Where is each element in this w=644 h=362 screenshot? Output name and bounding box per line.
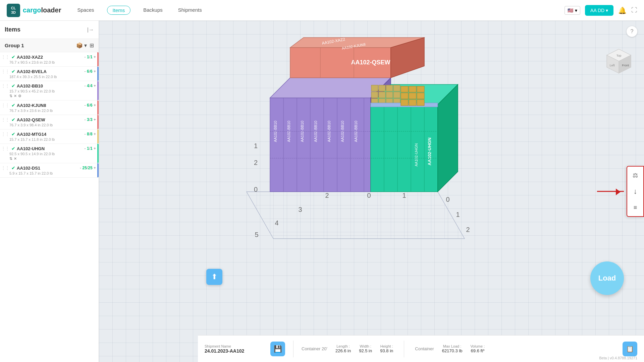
maxload-spec: Max Load : 62170.3 lb: [442, 344, 463, 353]
svg-text:AA102-UHGN: AA102-UHGN: [414, 143, 418, 166]
help-icon: ?: [631, 28, 634, 35]
items-list: ⋮⋮ ✔ AA102-XAZ2 - 1/1 + 76.7 x 90.5 x 23…: [0, 52, 99, 362]
weight-icon-button[interactable]: ⚖: [629, 169, 641, 181]
close-icon[interactable]: ✕: [14, 157, 17, 161]
svg-rect-70: [401, 100, 408, 106]
svg-rect-56: [379, 92, 385, 98]
copy-button[interactable]: 📋: [623, 342, 637, 356]
svg-rect-52: [379, 85, 385, 91]
container-type-label: Container 20': [302, 346, 327, 351]
svg-text:1: 1: [402, 192, 406, 199]
main-layout: Items |→ Group 1 📦 ▾ ⊞ ⋮⋮ ✔ AA102-XAZ2 -…: [0, 21, 644, 362]
item-color-bar: [97, 81, 99, 100]
list-item[interactable]: ⋮⋮ ✔ AA102-XAZ2 - 1/1 + 76.7 x 90.5 x 23…: [0, 52, 99, 67]
drag-handle-icon: ⋮⋮: [1, 132, 9, 136]
save-icon: 💾: [274, 345, 282, 353]
height-spec: Height : 93.8 in: [380, 344, 393, 353]
list-item[interactable]: ⋮⋮ ✔ AA102-QSEW - 3/3 + 76.7 x 3.9 x 98.…: [0, 115, 99, 129]
load-button[interactable]: Load: [590, 261, 624, 295]
nav-backups[interactable]: Backups: [141, 6, 165, 15]
svg-text:AA102-QSEW: AA102-QSEW: [351, 59, 390, 66]
item-dims: 15.7 x 90.5 x 45.2 in 22.0 lb: [9, 89, 96, 93]
svg-rect-64: [401, 86, 408, 92]
item-dims: 5.9 x 15.7 x 15.7 in 22.0 lb: [9, 171, 96, 175]
language-selector[interactable]: 🇺🇸 ▾: [565, 6, 580, 15]
logo-icon: CL3D: [7, 4, 20, 17]
check-icon: ✔: [11, 83, 15, 88]
version-text: Beta | v0.4.8788.19271: [599, 356, 637, 360]
sort-icon[interactable]: ⇅: [9, 157, 12, 161]
svg-rect-51: [371, 85, 378, 91]
view-cube[interactable]: Top Left Front: [604, 48, 634, 78]
list-item[interactable]: ⋮⋮ ✔ AA102-MTG14 - 8/8 + 15.7 x 15.7 x 1…: [0, 129, 99, 144]
item-color-bar: [97, 115, 99, 129]
group-header: Group 1 📦 ▾ ⊞: [0, 39, 99, 52]
sort-icon[interactable]: ⇅: [9, 94, 12, 98]
svg-marker-13: [270, 98, 371, 192]
svg-rect-72: [417, 100, 424, 106]
copy-icon: 📋: [626, 345, 634, 353]
list-icon-button[interactable]: ≡: [629, 201, 641, 214]
item-name: AA102-XAZ2: [17, 55, 83, 60]
check-icon: ✔: [11, 146, 15, 151]
item-color-bar: [97, 52, 99, 66]
user-menu-button[interactable]: AA DD ▾: [585, 5, 613, 16]
svg-text:0: 0: [446, 196, 449, 203]
svg-text:1: 1: [254, 142, 258, 149]
length-label: Length :: [336, 344, 350, 348]
item-count: - 4/4 +: [85, 83, 96, 88]
settings-icon[interactable]: ⚙: [18, 94, 21, 98]
list-icon: ≡: [634, 204, 637, 211]
svg-text:5: 5: [255, 231, 258, 238]
download-icon-button[interactable]: ↓: [629, 185, 641, 197]
length-spec: Length : 226.6 in: [335, 344, 351, 353]
3d-viewport[interactable]: 2 3 4 5 0 1 2 0 1 2 1 0 AA102-BB10 AA102…: [99, 21, 644, 362]
check-icon: ✔: [11, 117, 15, 122]
item-color-bar: [97, 129, 99, 143]
nav-shipments[interactable]: Shipments: [175, 6, 205, 15]
sidebar: Items |→ Group 1 📦 ▾ ⊞ ⋮⋮ ✔ AA102-XAZ2 -…: [0, 21, 99, 362]
group-settings-button[interactable]: ⊞: [90, 42, 94, 49]
svg-text:1: 1: [456, 211, 460, 218]
sidebar-collapse-button[interactable]: |→: [87, 27, 94, 33]
item-name: AA102-BB10: [17, 83, 83, 88]
group-add-button[interactable]: 📦 ▾: [76, 42, 87, 49]
nav-links: Spaces Items Backups Shipments: [75, 6, 565, 15]
check-icon: ✔: [11, 69, 15, 74]
help-button[interactable]: ?: [627, 26, 637, 37]
list-item[interactable]: ⋮⋮ ✔ AA102-UHGN - 1/1 + 92.5 x 90.5 x 14…: [0, 144, 99, 163]
shipment-name-value: 24.01.2023-AA102: [205, 348, 265, 354]
drag-handle-icon: ⋮⋮: [1, 69, 9, 74]
width-label: Width :: [360, 344, 371, 348]
item-action-icons: ⇅ ✕: [9, 157, 96, 161]
chevron-down-icon: ▾: [606, 8, 608, 13]
list-item[interactable]: ⋮⋮ ✔ AA102-BB10 - 4/4 + 15.7 x 90.5 x 45…: [0, 81, 99, 101]
svg-text:Front: Front: [622, 64, 629, 67]
item-count: - 6/6 +: [85, 69, 96, 74]
item-dims: 15.7 x 15.7 x 11.8 in 22.0 lb: [9, 137, 96, 141]
item-name: AA102-BVELA: [17, 69, 83, 74]
height-label: Height :: [380, 344, 393, 348]
nav-spaces[interactable]: Spaces: [75, 6, 97, 15]
svg-text:Top: Top: [616, 54, 622, 57]
list-item[interactable]: ⋮⋮ ✔ AA102-BVELA - 6/6 + 187.4 x 39.3 x …: [0, 67, 99, 81]
sidebar-title: Items: [5, 26, 20, 33]
fullscreen-button[interactable]: ⛶: [631, 7, 637, 14]
list-item[interactable]: ⋮⋮ ✔ AA102-DS1 - 25/25 + 5.9 x 15.7 x 15…: [0, 163, 99, 178]
list-item[interactable]: ⋮⋮ ✔ AA102-KJUN8 - 6/6 + 76.7 x 3.9 x 23…: [0, 101, 99, 115]
check-icon: ✔: [11, 165, 15, 171]
upload-icon: ⬆: [211, 273, 217, 281]
svg-rect-71: [409, 100, 416, 106]
item-action-icons: ⇅ ✕ ⚙: [9, 94, 96, 98]
nav-items[interactable]: Items: [107, 6, 131, 15]
close-icon[interactable]: ✕: [14, 94, 17, 98]
svg-text:0: 0: [367, 192, 371, 199]
item-color-bar: [97, 144, 99, 163]
save-button[interactable]: 💾: [270, 342, 285, 356]
item-count: - 1/1 +: [85, 146, 96, 151]
notifications-button[interactable]: 🔔: [618, 6, 627, 14]
shipment-name-section: Shipment Name 24.01.2023-AA102: [205, 344, 265, 354]
item-name: AA102-MTG14: [17, 132, 83, 137]
upload-button[interactable]: ⬆: [206, 269, 222, 285]
logo-area: CL3D cargoloader: [7, 4, 61, 17]
